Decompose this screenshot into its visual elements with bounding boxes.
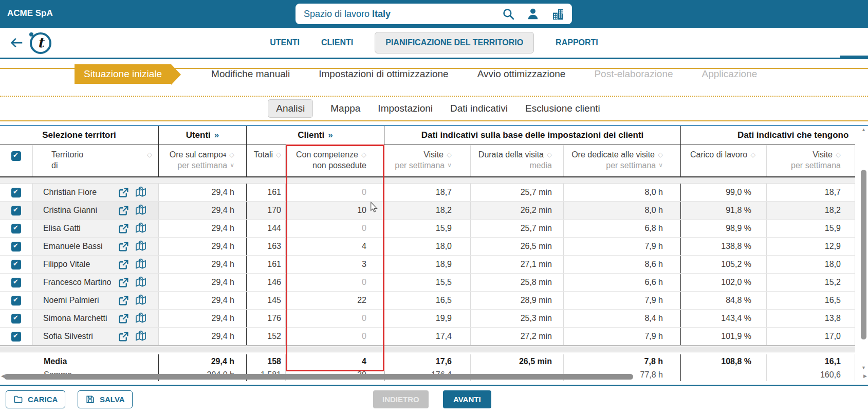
open-territory-icon[interactable] (118, 241, 129, 252)
wizard-step[interactable]: Impostazioni di ottimizzazione (319, 68, 448, 80)
salva-button[interactable]: SALVA (78, 390, 133, 408)
carico-value: 84,8 % (681, 292, 767, 309)
col-durata[interactable]: Durata della visita◇ media (471, 145, 564, 176)
nav-tab[interactable]: UTENTI (270, 38, 300, 47)
col-carico[interactable]: Carico di lavoro◇ (681, 145, 767, 176)
sort-icon[interactable]: ◇ (658, 151, 663, 159)
vertical-scroll-thumb[interactable] (861, 170, 866, 339)
analysis-tab[interactable]: Dati indicativi (450, 103, 508, 114)
durata-value: 25,3 min (471, 310, 564, 327)
open-territory-icon[interactable] (118, 187, 129, 198)
col-ore-sul-campo[interactable]: Ore sul campo4◇ per settimana∨ (159, 145, 247, 176)
indietro-button[interactable]: INDIETRO (373, 390, 429, 408)
analysis-tab[interactable]: Mappa (330, 103, 360, 114)
territory-map-icon[interactable] (135, 276, 147, 289)
territory-name: Elisa Gatti (43, 224, 113, 233)
nav-tab[interactable]: RAPPORTI (556, 38, 598, 47)
row-checkbox[interactable] (11, 242, 21, 252)
sort-icon[interactable]: ◇ (547, 151, 552, 159)
sort-icon[interactable]: ◇ (229, 151, 234, 159)
avanti-button[interactable]: AVANTI (443, 390, 491, 408)
horizontal-scrollbar[interactable]: ◀ ▶ (0, 372, 868, 381)
wizard-step[interactable]: Modifiche manuali (211, 68, 290, 80)
row-checkbox[interactable] (11, 278, 21, 288)
sort-icon[interactable]: ◇ (147, 151, 152, 159)
competenze-value: 22 (286, 292, 384, 309)
footer: CARICA SALVA INDIETRO AVANTI (0, 386, 868, 413)
open-territory-icon[interactable] (118, 277, 129, 288)
row-checkbox[interactable] (11, 224, 21, 234)
row-checkbox[interactable] (11, 206, 21, 216)
sort-icon[interactable]: ◇ (750, 151, 755, 159)
ore-visite-value: 6,6 h (564, 274, 681, 291)
visite2-value: 15,9 (767, 220, 855, 237)
territory-name: Filippo Vitale (43, 260, 113, 269)
wizard-step[interactable]: Post-elaborazione (594, 68, 673, 80)
analysis-tab[interactable]: Esclusione clienti (525, 103, 600, 114)
territory-map-icon[interactable] (135, 222, 147, 235)
chevron-down-icon[interactable]: ∨ (658, 161, 663, 170)
row-checkbox[interactable] (11, 260, 21, 270)
col-visite[interactable]: Visite◇ per settimana∨ (384, 145, 471, 176)
ore-visite-value: 8,0 h (564, 202, 681, 219)
territory-map-icon[interactable] (135, 330, 147, 343)
nav-tab[interactable]: CLIENTI (321, 38, 353, 47)
col-visite2[interactable]: Visite◇ per settimana (767, 145, 855, 176)
buildings-icon[interactable] (551, 7, 565, 21)
territory-map-icon[interactable] (135, 294, 147, 307)
scroll-up-icon[interactable]: ▲ (859, 127, 868, 132)
open-territory-icon[interactable] (118, 295, 129, 306)
select-all-checkbox[interactable] (11, 151, 21, 161)
row-checkbox[interactable] (11, 296, 21, 306)
search-icon[interactable] (502, 7, 515, 21)
territory-map-icon[interactable] (135, 258, 147, 271)
col-territorio[interactable]: Territorio◇ di (33, 145, 159, 176)
row-checkbox[interactable] (11, 314, 21, 324)
chevron-down-icon[interactable]: ∨ (447, 161, 452, 170)
sort-icon[interactable]: ◇ (276, 151, 281, 159)
row-checkbox[interactable] (11, 188, 21, 197)
nav-tab[interactable]: PIANIFICAZIONE DEL TERRITORIO (375, 32, 534, 53)
user-icon[interactable] (526, 7, 540, 21)
col-ore-visite[interactable]: Ore dedicate alle visite◇ per settimana∨ (564, 145, 681, 176)
territory-cell: Francesco Martino (33, 274, 159, 291)
territory-map-icon[interactable] (135, 204, 147, 217)
table-row: Francesco Martino 29,4 h 146 0 15,5 25,8… (0, 274, 855, 292)
analysis-tab[interactable]: Analisi (268, 99, 313, 118)
vertical-scrollbar[interactable]: ▲ ▼ (859, 126, 868, 371)
open-territory-icon[interactable] (118, 259, 129, 270)
open-territory-icon[interactable] (118, 331, 129, 342)
ore-sul-campo-value: 29,4 h (159, 238, 247, 255)
save-icon (85, 394, 95, 404)
utenti-link-icon[interactable]: » (214, 130, 219, 140)
wizard-step[interactable]: Situazione iniziale (75, 64, 171, 84)
territory-map-icon[interactable] (135, 186, 147, 199)
carica-button[interactable]: CARICA (6, 390, 65, 408)
sort-icon[interactable]: ◇ (361, 151, 366, 159)
workspace-search[interactable]: Spazio di lavoroItaly (296, 4, 572, 24)
sort-icon[interactable]: ◇ (836, 151, 841, 159)
analysis-tab[interactable]: Impostazioni (378, 103, 433, 114)
row-checkbox[interactable] (11, 332, 21, 342)
wizard-step[interactable]: Avvio ottimizzazione (477, 68, 566, 80)
open-territory-icon[interactable] (118, 223, 129, 234)
clienti-link-icon[interactable]: » (328, 130, 333, 140)
sort-icon[interactable]: ◇ (447, 151, 452, 159)
open-territory-icon[interactable] (118, 205, 129, 216)
territory-name: Emanuele Bassi (43, 242, 113, 251)
competenze-value: 4 (286, 238, 384, 255)
horizontal-scroll-thumb[interactable] (4, 374, 633, 380)
wizard-step[interactable]: Applicazione (702, 68, 758, 80)
visite-value: 19,9 (384, 310, 471, 327)
scrolled-row-sliver (0, 177, 855, 184)
territory-map-icon[interactable] (135, 240, 147, 253)
chevron-down-icon[interactable]: ∨ (230, 161, 234, 170)
table-row: Simona Marchetti 29,4 h 176 0 19,9 25,3 … (0, 310, 855, 328)
scroll-right-icon[interactable]: ▶ (863, 373, 867, 379)
col-totali[interactable]: Totali◇ (247, 145, 286, 176)
visite-value: 18,2 (384, 202, 471, 219)
open-territory-icon[interactable] (118, 313, 129, 324)
scroll-down-icon[interactable]: ▼ (859, 365, 868, 370)
col-competenze[interactable]: Con competenze◇ non possedute (286, 145, 384, 176)
territory-map-icon[interactable] (135, 312, 147, 325)
